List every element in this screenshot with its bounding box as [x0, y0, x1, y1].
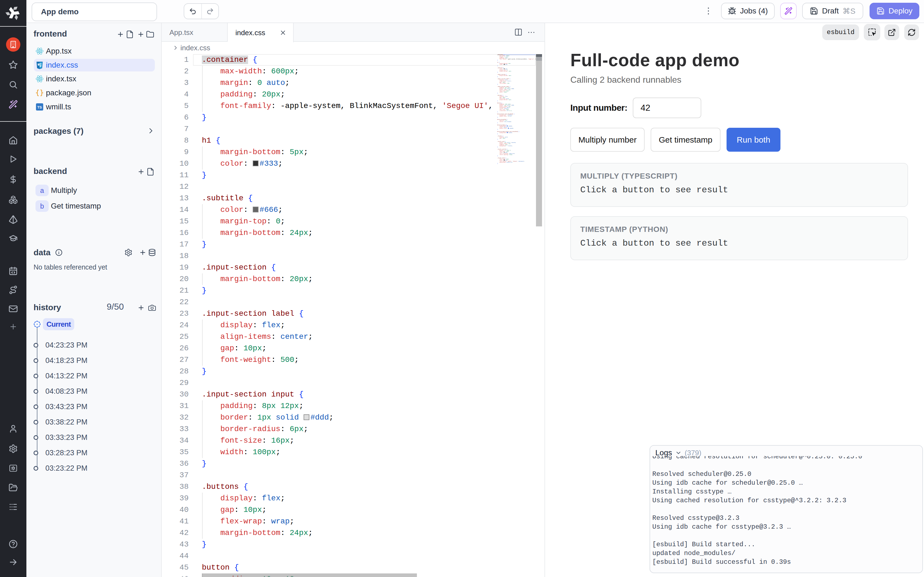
svg-text:TS: TS — [37, 105, 42, 109]
